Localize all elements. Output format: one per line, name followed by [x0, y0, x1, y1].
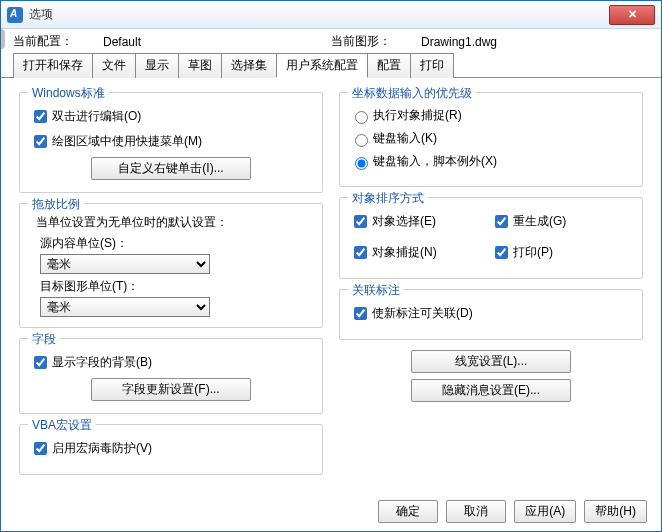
btn-lineweight[interactable]: 线宽设置(L)...	[411, 350, 571, 373]
checkbox[interactable]	[354, 307, 367, 320]
chk-assoc-dim[interactable]: 使新标注可关联(D)	[350, 304, 632, 323]
group-object-sort: 对象排序方式 对象选择(E) 重生成(G) 对象捕捉(N) 打印(P)	[339, 197, 643, 279]
window-title: 选项	[29, 6, 609, 23]
group-title: 关联标注	[348, 282, 404, 299]
group-coord-priority: 坐标数据输入的优先级 执行对象捕捉(R) 键盘输入(K) 键盘输入，脚本例外(X…	[339, 92, 643, 187]
tab-drafting[interactable]: 草图	[178, 53, 222, 78]
checkbox[interactable]	[495, 246, 508, 259]
btn-rightclick-custom[interactable]: 自定义右键单击(I)...	[91, 157, 251, 180]
chk-sort-regen[interactable]: 重生成(G)	[491, 212, 632, 231]
group-title: 对象排序方式	[348, 190, 428, 207]
tab-plot[interactable]: 打印	[410, 53, 454, 78]
scale-note: 当单位设置为无单位时的默认设置：	[36, 214, 312, 231]
checkbox[interactable]	[354, 215, 367, 228]
apply-button[interactable]: 应用(A)	[514, 500, 576, 523]
checkbox[interactable]	[34, 110, 47, 123]
tab-user-prefs[interactable]: 用户系统配置	[276, 53, 368, 78]
chk-macro-virus[interactable]: 启用宏病毒防护(V)	[30, 439, 312, 458]
chk-dblclick-edit[interactable]: 双击进行编辑(O)	[30, 107, 312, 126]
radio-keyboard[interactable]: 键盘输入(K)	[350, 130, 632, 147]
titlebar: 选项 ✕	[1, 1, 661, 29]
src-units-combo[interactable]: 毫米	[40, 254, 210, 274]
checkbox[interactable]	[34, 442, 47, 455]
radio-osnap[interactable]: 执行对象捕捉(R)	[350, 107, 632, 124]
checkbox[interactable]	[34, 356, 47, 369]
chk-sort-snap[interactable]: 对象捕捉(N)	[350, 243, 491, 262]
dialog-buttons: 确定 取消 应用(A) 帮助(H)	[378, 500, 647, 523]
chk-sort-select[interactable]: 对象选择(E)	[350, 212, 491, 231]
left-column: Windows标准 双击进行编辑(O) 绘图区域中使用快捷菜单(M) 自定义右键…	[11, 84, 331, 484]
tab-selection[interactable]: 选择集	[221, 53, 277, 78]
checkbox[interactable]	[354, 246, 367, 259]
right-column: 坐标数据输入的优先级 执行对象捕捉(R) 键盘输入(K) 键盘输入，脚本例外(X…	[331, 84, 651, 484]
group-title: 字段	[28, 331, 60, 348]
app-icon	[7, 7, 23, 23]
header-row: 当前配置： Default 当前图形： Drawing1.dwg	[1, 29, 661, 52]
ok-button[interactable]: 确定	[378, 500, 438, 523]
group-title: Windows标准	[28, 85, 109, 102]
group-fields: 字段 显示字段的背景(B) 字段更新设置(F)...	[19, 338, 323, 414]
current-drawing-label: 当前图形：	[331, 33, 391, 50]
cancel-button[interactable]: 取消	[446, 500, 506, 523]
group-windows-standard: Windows标准 双击进行编辑(O) 绘图区域中使用快捷菜单(M) 自定义右键…	[19, 92, 323, 193]
chk-shortcut-menu[interactable]: 绘图区域中使用快捷菜单(M)	[30, 132, 312, 151]
options-dialog: 选项 ✕ 当前配置： Default 当前图形： Drawing1.dwg 打开…	[0, 0, 662, 532]
chk-sort-plot[interactable]: 打印(P)	[491, 243, 632, 262]
help-button[interactable]: 帮助(H)	[584, 500, 647, 523]
btn-field-update[interactable]: 字段更新设置(F)...	[91, 378, 251, 401]
tgt-units-label: 目标图形单位(T)：	[40, 278, 312, 295]
tgt-units-combo[interactable]: 毫米	[40, 297, 210, 317]
group-assoc-dim: 关联标注 使新标注可关联(D)	[339, 289, 643, 340]
radio[interactable]	[355, 111, 368, 124]
group-title: 坐标数据输入的优先级	[348, 85, 476, 102]
tab-files[interactable]: 文件	[92, 53, 136, 78]
btn-hidden-msg[interactable]: 隐藏消息设置(E)...	[411, 379, 571, 402]
src-units-label: 源内容单位(S)：	[40, 235, 312, 252]
current-profile-label: 当前配置：	[13, 33, 73, 50]
tabstrip: 打开和保存 文件 显示 草图 选择集 用户系统配置 配置 打印	[1, 52, 661, 78]
chk-field-bg[interactable]: 显示字段的背景(B)	[30, 353, 312, 372]
close-button[interactable]: ✕	[609, 5, 655, 25]
group-vba: VBA宏设置 启用宏病毒防护(V)	[19, 424, 323, 475]
current-profile-value: Default	[103, 35, 141, 49]
tab-display[interactable]: 显示	[135, 53, 179, 78]
tab-open-save[interactable]: 打开和保存	[13, 53, 93, 78]
overlap-shadow	[1, 29, 5, 49]
radio[interactable]	[355, 157, 368, 170]
group-title: 拖放比例	[28, 196, 84, 213]
group-insertion-scale: 拖放比例 当单位设置为无单位时的默认设置： 源内容单位(S)： 毫米 目标图形单…	[19, 203, 323, 328]
radio[interactable]	[355, 134, 368, 147]
group-title: VBA宏设置	[28, 417, 96, 434]
checkbox[interactable]	[34, 135, 47, 148]
current-drawing-value: Drawing1.dwg	[421, 35, 497, 49]
tab-profiles[interactable]: 配置	[367, 53, 411, 78]
checkbox[interactable]	[495, 215, 508, 228]
radio-keyboard-except[interactable]: 键盘输入，脚本例外(X)	[350, 153, 632, 170]
tab-content: Windows标准 双击进行编辑(O) 绘图区域中使用快捷菜单(M) 自定义右键…	[1, 78, 661, 490]
